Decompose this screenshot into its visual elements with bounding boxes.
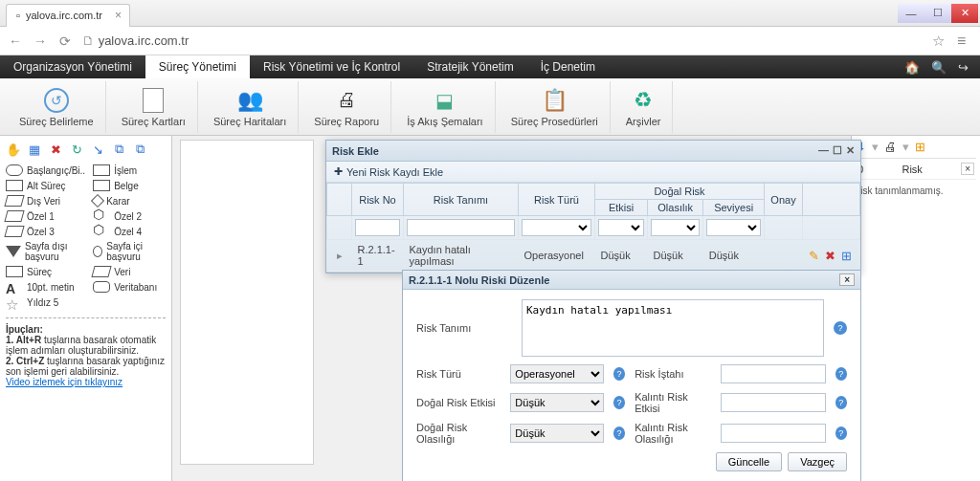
delete-tool-icon[interactable]: ✖: [48, 142, 63, 157]
grid-icon[interactable]: ⊞: [915, 140, 925, 154]
dialog-close-icon[interactable]: ×: [839, 273, 855, 286]
edit-dialog-header[interactable]: R.2.1.1-1 Nolu Riski Düzenle ×: [403, 271, 860, 290]
search-icon[interactable]: 🔍: [931, 60, 947, 75]
add-new-risk-button[interactable]: ✚ Yeni Risk Kaydı Ekle: [326, 162, 860, 183]
help-kalinti-olasilik-icon[interactable]: ?: [835, 426, 847, 440]
shape-text[interactable]: 10pt. metin: [6, 281, 85, 293]
cancel-button[interactable]: Vazgeç: [788, 452, 847, 471]
filter-etkisi[interactable]: [598, 219, 644, 236]
shape-star5[interactable]: Yıldız 5: [6, 296, 85, 308]
connector-tool-icon[interactable]: ↘: [90, 142, 105, 157]
shape-process[interactable]: İşlem: [93, 164, 166, 176]
filter-risk-no[interactable]: [355, 219, 400, 236]
print-icon[interactable]: 🖨: [884, 140, 897, 154]
window-maximize-button[interactable]: ☐: [924, 4, 951, 23]
nav-process[interactable]: Süreç Yönetimi: [145, 55, 250, 78]
risk-panel-header[interactable]: Risk Ekle — ☐ ✕: [326, 141, 860, 162]
panel-minimize-icon[interactable]: —: [818, 144, 829, 157]
shape-onpage-ref[interactable]: Sayfa içi başvuru: [93, 241, 166, 262]
shape-custom2[interactable]: Özel 2: [93, 210, 166, 222]
filter-seviyesi[interactable]: [706, 219, 761, 236]
toolbar-procedures[interactable]: 📋Süreç Prosedürleri: [500, 81, 611, 133]
shape-offpage-ref[interactable]: Sayfa dışı başvuru: [6, 241, 85, 262]
panel-close-icon[interactable]: ✕: [846, 144, 855, 157]
shape-custom4[interactable]: Özel 4: [93, 226, 166, 237]
delete-row-icon[interactable]: ✖: [825, 249, 835, 263]
right-panel: ⬇ ▾ 🖨 ▾ ⊞ 0 Risk × risk tanımlanmamış.: [851, 136, 980, 481]
panel-maximize-icon[interactable]: ☐: [833, 144, 842, 157]
toolbar-flowcharts[interactable]: ⬓İş Akış Şemaları: [395, 81, 495, 133]
copy-tool-icon[interactable]: ⧉: [111, 142, 126, 157]
toolbar-process-report[interactable]: 🖨Süreç Raporu: [302, 81, 391, 133]
filter-risk-tanimi[interactable]: [407, 219, 515, 236]
canvas-area[interactable]: Risk Ekle — ☐ ✕ ✚ Yeni Risk Kaydı Ekle R…: [172, 136, 851, 481]
help-dogal-olasilik-icon[interactable]: ?: [613, 426, 625, 440]
edit-row-icon[interactable]: ✎: [809, 249, 819, 263]
help-risk-turu-icon[interactable]: ?: [613, 367, 625, 381]
shape-subprocess[interactable]: Alt Süreç: [6, 180, 85, 191]
hand-tool-icon[interactable]: ✋: [6, 142, 21, 157]
shape-palette: Başlangıç/Bi.. İşlem Alt Süreç Belge Dış…: [6, 164, 166, 308]
refresh-tool-icon[interactable]: ↻: [69, 142, 84, 157]
shape-database[interactable]: Veritabanı: [93, 281, 166, 293]
shape-document[interactable]: Belge: [93, 180, 166, 191]
help-dogal-etki-icon[interactable]: ?: [613, 396, 625, 409]
window-minimize-button[interactable]: —: [898, 4, 924, 23]
window-close-button[interactable]: ✕: [951, 4, 978, 23]
browser-tab[interactable]: ▫ yalova.irc.com.tr ×: [6, 4, 130, 27]
video-link[interactable]: Video izlemek için tıklayınız: [6, 377, 166, 387]
nav-strategic[interactable]: Stratejik Yönetim: [413, 55, 527, 78]
shape-start-end[interactable]: Başlangıç/Bi..: [6, 164, 85, 176]
toolbar-process-maps[interactable]: 👥Süreç Haritaları: [202, 81, 299, 133]
update-button[interactable]: Güncelle: [716, 452, 782, 471]
select-dogal-etki[interactable]: Düşük: [510, 393, 603, 412]
shape-data[interactable]: Veri: [93, 266, 166, 277]
input-risk-istahi[interactable]: [721, 364, 826, 383]
browser-addressbar: ← → ⟳ 🗋 yalova.irc.com.tr ☆ ≡: [0, 27, 980, 55]
bookmark-icon[interactable]: ☆: [932, 33, 947, 50]
risk-label: Risk: [902, 164, 922, 175]
label-kalinti-etki: Kalıntı Risk Etkisi: [635, 391, 711, 414]
label-kalinti-olasilik: Kalıntı Risk Olasılığı: [635, 422, 711, 445]
forward-button[interactable]: →: [33, 33, 48, 49]
close-tab-icon[interactable]: ×: [115, 9, 122, 22]
right-message: risk tanımlanmamış.: [856, 180, 976, 202]
select-risk-turu[interactable]: Operasyonel: [510, 364, 603, 383]
shape-process2[interactable]: Süreç: [6, 266, 85, 277]
input-kalinti-etki[interactable]: [721, 393, 826, 412]
shape-custom3[interactable]: Özel 3: [6, 226, 85, 237]
select-dogal-olasilik[interactable]: Düşük: [510, 424, 603, 443]
help-risk-tanimi-icon[interactable]: ?: [834, 321, 847, 335]
browser-menu-icon[interactable]: ≡: [957, 33, 972, 50]
right-close-icon[interactable]: ×: [961, 163, 974, 175]
share-icon[interactable]: ↪: [958, 60, 969, 75]
nav-risk[interactable]: Risk Yönetimi ve İç Kontrol: [250, 55, 413, 78]
label-risk-tanimi: Risk Tanımı: [416, 322, 512, 334]
input-risk-tanimi[interactable]: Kaydın hatalı yapılması: [522, 299, 824, 357]
toolbar-process-cards[interactable]: Süreç Kartları: [110, 81, 198, 133]
nav-organization[interactable]: Organizasyon Yönetimi: [0, 55, 145, 78]
label-dogal-etki: Doğal Risk Etkisi: [416, 397, 501, 408]
shape-decision[interactable]: Karar: [93, 195, 166, 207]
expand-row-icon[interactable]: ▸: [333, 250, 346, 261]
url-display[interactable]: 🗋 yalova.irc.com.tr: [82, 33, 923, 48]
help-kalinti-etki-icon[interactable]: ?: [835, 396, 847, 409]
nav-audit[interactable]: İç Denetim: [527, 55, 609, 78]
toolbar-process-define[interactable]: ↺Süreç Belirleme: [8, 81, 106, 133]
shape-external-data[interactable]: Dış Veri: [6, 195, 85, 207]
filter-olasilik[interactable]: [651, 219, 700, 236]
main-nav: Organizasyon Yönetimi Süreç Yönetimi Ris…: [0, 55, 980, 78]
back-button[interactable]: ←: [8, 33, 23, 49]
filter-risk-turu[interactable]: [522, 219, 591, 236]
select-tool-icon[interactable]: ▦: [27, 142, 42, 157]
reload-button[interactable]: ⟳: [57, 33, 73, 49]
input-kalinti-olasilik[interactable]: [721, 424, 826, 443]
home-icon[interactable]: 🏠: [904, 60, 920, 75]
risk-row[interactable]: ▸ R.2.1.1-1 Kaydın hatalı yapılması Oper…: [327, 240, 860, 272]
toolbar-archives[interactable]: ♻Arşivler: [614, 81, 674, 133]
help-risk-istahi-icon[interactable]: ?: [835, 367, 847, 381]
detail-row-icon[interactable]: ⊞: [841, 249, 852, 263]
shape-custom1[interactable]: Özel 1: [6, 210, 85, 222]
paste-tool-icon[interactable]: ⧉: [132, 142, 147, 157]
tab-title: yalova.irc.com.tr: [26, 10, 102, 21]
